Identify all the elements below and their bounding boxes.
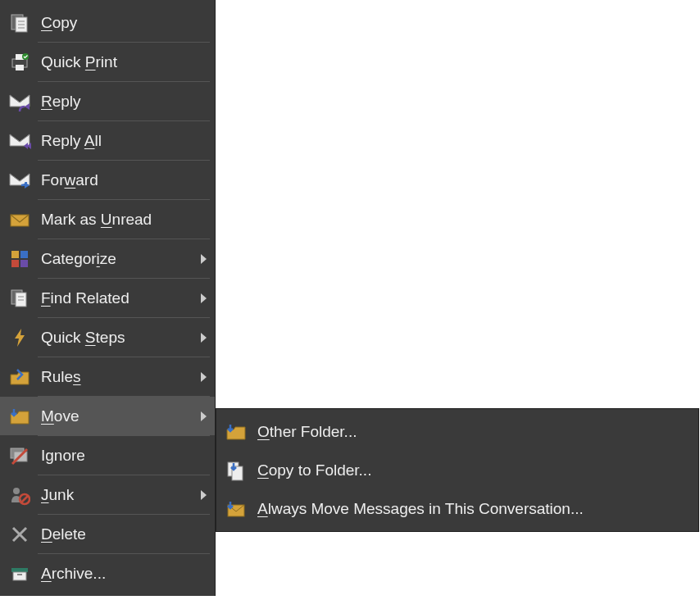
menu-label: Move	[41, 407, 194, 425]
menu-label: Junk	[41, 486, 194, 504]
menu-item-move[interactable]: Move	[0, 397, 215, 435]
svg-rect-11	[20, 251, 28, 258]
delete-icon	[7, 521, 33, 548]
menu-label: Reply	[41, 93, 207, 111]
svg-rect-10	[11, 251, 19, 258]
move-submenu: Other Folder... Copy to Folder... Always…	[216, 408, 699, 532]
reply-all-icon	[7, 128, 33, 154]
ignore-icon	[7, 443, 33, 469]
submenu-item-always-move[interactable]: Always Move Messages in This Conversatio…	[216, 489, 698, 528]
svg-rect-27	[13, 572, 26, 580]
submenu-label: Always Move Messages in This Conversatio…	[257, 500, 690, 518]
reply-icon	[7, 89, 33, 115]
submenu-arrow-icon	[201, 293, 207, 303]
submenu-label: Other Folder...	[257, 423, 690, 441]
menu-item-quick-print[interactable]: Quick Print	[0, 43, 215, 81]
menu-label: Reply All	[41, 132, 207, 150]
print-icon	[7, 49, 33, 75]
menu-label: Quick Print	[41, 53, 207, 71]
menu-label: Delete	[41, 525, 207, 543]
categorize-icon	[7, 246, 33, 272]
move-folder-icon	[7, 403, 33, 429]
menu-item-reply[interactable]: Reply	[0, 82, 215, 120]
svg-rect-13	[20, 260, 28, 267]
menu-item-delete[interactable]: Delete	[0, 515, 215, 553]
svg-line-23	[21, 496, 28, 502]
copy-icon	[7, 10, 33, 36]
svg-rect-28	[17, 574, 22, 575]
svg-rect-7	[16, 65, 24, 70]
folder-icon	[223, 419, 249, 445]
menu-label: Rules	[41, 368, 194, 386]
menu-item-mark-unread[interactable]: Mark as Unread	[0, 200, 215, 239]
submenu-arrow-icon	[201, 333, 207, 343]
menu-label: Forward	[41, 171, 207, 189]
always-move-icon	[223, 496, 249, 522]
menu-label: Mark as Unread	[41, 211, 207, 229]
forward-icon	[7, 167, 33, 193]
svg-point-21	[13, 488, 20, 494]
context-menu: Copy Quick Print Reply	[0, 0, 216, 596]
menu-label: Find Related	[41, 289, 194, 307]
menu-item-find-related[interactable]: Find Related	[0, 279, 215, 317]
menu-label: Ignore	[41, 447, 207, 465]
menu-item-junk[interactable]: Junk	[0, 475, 215, 514]
menu-label: Archive...	[41, 565, 207, 583]
lightning-icon	[7, 325, 33, 351]
svg-point-8	[22, 53, 29, 60]
menu-label: Quick Steps	[41, 329, 194, 347]
menu-label: Categorize	[41, 250, 194, 268]
submenu-arrow-icon	[201, 254, 207, 264]
menu-item-archive[interactable]: Archive...	[0, 554, 215, 593]
menu-item-ignore[interactable]: Ignore	[0, 436, 215, 475]
submenu-item-other-folder[interactable]: Other Folder...	[216, 412, 698, 451]
junk-icon	[7, 482, 33, 508]
find-related-icon	[7, 285, 33, 311]
archive-icon	[7, 561, 33, 587]
svg-rect-12	[11, 260, 19, 267]
menu-item-forward[interactable]: Forward	[0, 161, 215, 199]
submenu-item-copy-to-folder[interactable]: Copy to Folder...	[216, 451, 698, 489]
submenu-label: Copy to Folder...	[257, 461, 690, 479]
rules-icon	[7, 364, 33, 390]
submenu-arrow-icon	[201, 411, 207, 421]
copy-to-folder-icon	[223, 457, 249, 484]
menu-item-copy[interactable]: Copy	[0, 3, 215, 42]
menu-label: Copy	[41, 14, 207, 32]
svg-rect-26	[11, 568, 28, 572]
menu-item-quick-steps[interactable]: Quick Steps	[0, 318, 215, 357]
menu-item-reply-all[interactable]: Reply All	[0, 121, 215, 160]
submenu-arrow-icon	[201, 490, 207, 500]
menu-item-rules[interactable]: Rules	[0, 357, 215, 396]
envelope-icon	[7, 207, 33, 233]
submenu-arrow-icon	[201, 372, 207, 382]
menu-item-categorize[interactable]: Categorize	[0, 239, 215, 278]
